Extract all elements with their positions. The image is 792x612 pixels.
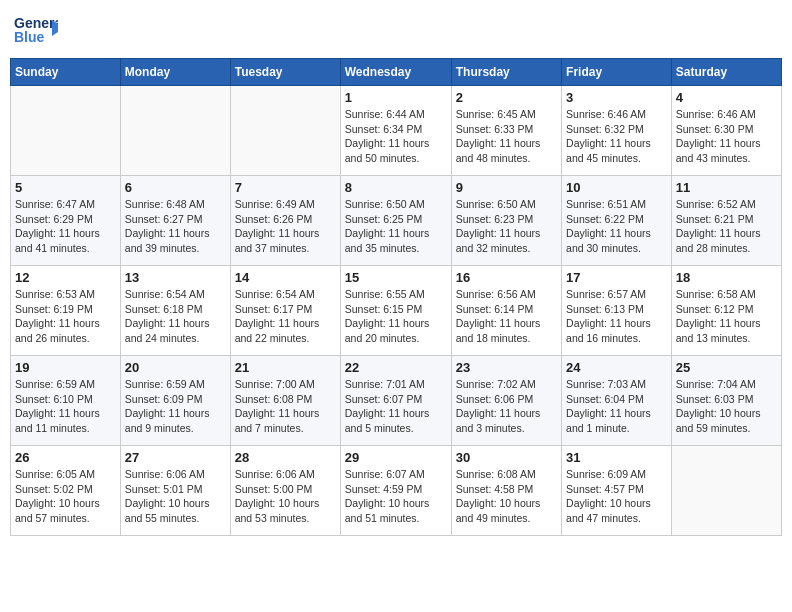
day-number: 23 [456,360,557,375]
day-info: Sunrise: 6:46 AM Sunset: 6:32 PM Dayligh… [566,107,667,166]
day-number: 3 [566,90,667,105]
calendar-cell: 20Sunrise: 6:59 AM Sunset: 6:09 PM Dayli… [120,356,230,446]
calendar-week-3: 12Sunrise: 6:53 AM Sunset: 6:19 PM Dayli… [11,266,782,356]
calendar-cell: 31Sunrise: 6:09 AM Sunset: 4:57 PM Dayli… [562,446,672,536]
calendar-cell: 5Sunrise: 6:47 AM Sunset: 6:29 PM Daylig… [11,176,121,266]
day-number: 25 [676,360,777,375]
calendar-cell: 19Sunrise: 6:59 AM Sunset: 6:10 PM Dayli… [11,356,121,446]
calendar-cell: 11Sunrise: 6:52 AM Sunset: 6:21 PM Dayli… [671,176,781,266]
day-info: Sunrise: 6:46 AM Sunset: 6:30 PM Dayligh… [676,107,777,166]
weekday-header-friday: Friday [562,59,672,86]
calendar-cell: 26Sunrise: 6:05 AM Sunset: 5:02 PM Dayli… [11,446,121,536]
day-number: 15 [345,270,447,285]
calendar-cell: 29Sunrise: 6:07 AM Sunset: 4:59 PM Dayli… [340,446,451,536]
calendar-week-1: 1Sunrise: 6:44 AM Sunset: 6:34 PM Daylig… [11,86,782,176]
calendar-cell: 30Sunrise: 6:08 AM Sunset: 4:58 PM Dayli… [451,446,561,536]
day-info: Sunrise: 6:45 AM Sunset: 6:33 PM Dayligh… [456,107,557,166]
calendar-cell: 24Sunrise: 7:03 AM Sunset: 6:04 PM Dayli… [562,356,672,446]
day-info: Sunrise: 6:50 AM Sunset: 6:23 PM Dayligh… [456,197,557,256]
calendar-cell: 21Sunrise: 7:00 AM Sunset: 6:08 PM Dayli… [230,356,340,446]
day-number: 16 [456,270,557,285]
day-info: Sunrise: 6:52 AM Sunset: 6:21 PM Dayligh… [676,197,777,256]
day-info: Sunrise: 6:49 AM Sunset: 6:26 PM Dayligh… [235,197,336,256]
day-number: 4 [676,90,777,105]
weekday-header-tuesday: Tuesday [230,59,340,86]
calendar-cell: 9Sunrise: 6:50 AM Sunset: 6:23 PM Daylig… [451,176,561,266]
day-number: 8 [345,180,447,195]
day-number: 22 [345,360,447,375]
day-number: 31 [566,450,667,465]
calendar-cell: 6Sunrise: 6:48 AM Sunset: 6:27 PM Daylig… [120,176,230,266]
day-number: 10 [566,180,667,195]
calendar-cell: 18Sunrise: 6:58 AM Sunset: 6:12 PM Dayli… [671,266,781,356]
calendar-cell: 4Sunrise: 6:46 AM Sunset: 6:30 PM Daylig… [671,86,781,176]
calendar-cell [671,446,781,536]
day-info: Sunrise: 7:02 AM Sunset: 6:06 PM Dayligh… [456,377,557,436]
day-number: 21 [235,360,336,375]
day-info: Sunrise: 6:54 AM Sunset: 6:18 PM Dayligh… [125,287,226,346]
day-info: Sunrise: 6:59 AM Sunset: 6:10 PM Dayligh… [15,377,116,436]
weekday-header-sunday: Sunday [11,59,121,86]
calendar-cell: 13Sunrise: 6:54 AM Sunset: 6:18 PM Dayli… [120,266,230,356]
day-info: Sunrise: 6:05 AM Sunset: 5:02 PM Dayligh… [15,467,116,526]
day-info: Sunrise: 6:07 AM Sunset: 4:59 PM Dayligh… [345,467,447,526]
day-info: Sunrise: 6:55 AM Sunset: 6:15 PM Dayligh… [345,287,447,346]
day-number: 14 [235,270,336,285]
calendar-cell: 3Sunrise: 6:46 AM Sunset: 6:32 PM Daylig… [562,86,672,176]
calendar-cell: 28Sunrise: 6:06 AM Sunset: 5:00 PM Dayli… [230,446,340,536]
day-info: Sunrise: 7:01 AM Sunset: 6:07 PM Dayligh… [345,377,447,436]
day-number: 17 [566,270,667,285]
weekday-header-wednesday: Wednesday [340,59,451,86]
svg-text:Blue: Blue [14,29,45,45]
day-number: 6 [125,180,226,195]
logo-icon: General Blue [14,10,58,50]
day-number: 26 [15,450,116,465]
calendar-week-5: 26Sunrise: 6:05 AM Sunset: 5:02 PM Dayli… [11,446,782,536]
day-info: Sunrise: 6:54 AM Sunset: 6:17 PM Dayligh… [235,287,336,346]
day-number: 2 [456,90,557,105]
day-number: 13 [125,270,226,285]
page-header: General Blue [10,10,782,50]
day-info: Sunrise: 6:56 AM Sunset: 6:14 PM Dayligh… [456,287,557,346]
calendar-cell: 1Sunrise: 6:44 AM Sunset: 6:34 PM Daylig… [340,86,451,176]
calendar-cell: 22Sunrise: 7:01 AM Sunset: 6:07 PM Dayli… [340,356,451,446]
calendar-cell: 10Sunrise: 6:51 AM Sunset: 6:22 PM Dayli… [562,176,672,266]
calendar-cell: 8Sunrise: 6:50 AM Sunset: 6:25 PM Daylig… [340,176,451,266]
calendar-cell: 17Sunrise: 6:57 AM Sunset: 6:13 PM Dayli… [562,266,672,356]
day-number: 7 [235,180,336,195]
calendar-cell: 14Sunrise: 6:54 AM Sunset: 6:17 PM Dayli… [230,266,340,356]
calendar-cell [120,86,230,176]
calendar-cell: 15Sunrise: 6:55 AM Sunset: 6:15 PM Dayli… [340,266,451,356]
calendar-cell [11,86,121,176]
day-info: Sunrise: 6:53 AM Sunset: 6:19 PM Dayligh… [15,287,116,346]
day-number: 28 [235,450,336,465]
day-info: Sunrise: 7:04 AM Sunset: 6:03 PM Dayligh… [676,377,777,436]
calendar-cell: 23Sunrise: 7:02 AM Sunset: 6:06 PM Dayli… [451,356,561,446]
logo: General Blue [14,10,58,50]
day-number: 19 [15,360,116,375]
day-number: 18 [676,270,777,285]
day-number: 12 [15,270,116,285]
calendar-week-2: 5Sunrise: 6:47 AM Sunset: 6:29 PM Daylig… [11,176,782,266]
day-info: Sunrise: 6:59 AM Sunset: 6:09 PM Dayligh… [125,377,226,436]
day-info: Sunrise: 6:48 AM Sunset: 6:27 PM Dayligh… [125,197,226,256]
day-info: Sunrise: 7:00 AM Sunset: 6:08 PM Dayligh… [235,377,336,436]
day-number: 29 [345,450,447,465]
calendar-cell: 25Sunrise: 7:04 AM Sunset: 6:03 PM Dayli… [671,356,781,446]
day-number: 20 [125,360,226,375]
day-number: 5 [15,180,116,195]
weekday-header-thursday: Thursday [451,59,561,86]
calendar-cell: 16Sunrise: 6:56 AM Sunset: 6:14 PM Dayli… [451,266,561,356]
day-number: 9 [456,180,557,195]
weekday-header-saturday: Saturday [671,59,781,86]
day-info: Sunrise: 6:09 AM Sunset: 4:57 PM Dayligh… [566,467,667,526]
day-number: 30 [456,450,557,465]
calendar-cell: 2Sunrise: 6:45 AM Sunset: 6:33 PM Daylig… [451,86,561,176]
day-info: Sunrise: 6:06 AM Sunset: 5:01 PM Dayligh… [125,467,226,526]
calendar-cell: 12Sunrise: 6:53 AM Sunset: 6:19 PM Dayli… [11,266,121,356]
day-info: Sunrise: 6:51 AM Sunset: 6:22 PM Dayligh… [566,197,667,256]
day-info: Sunrise: 6:44 AM Sunset: 6:34 PM Dayligh… [345,107,447,166]
calendar-cell: 27Sunrise: 6:06 AM Sunset: 5:01 PM Dayli… [120,446,230,536]
day-number: 27 [125,450,226,465]
day-info: Sunrise: 6:06 AM Sunset: 5:00 PM Dayligh… [235,467,336,526]
